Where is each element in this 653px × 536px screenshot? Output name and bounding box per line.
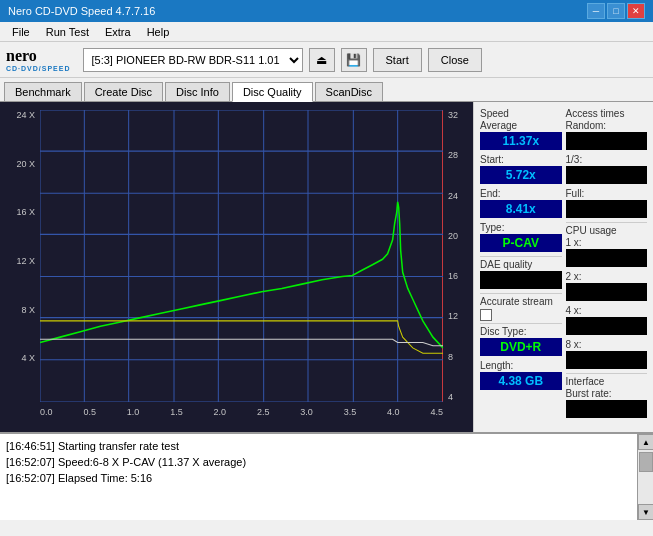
yr-8: 8 [448,352,453,362]
chart-area: 24 X 20 X 16 X 12 X 8 X 4 X 32 28 24 20 … [0,102,473,432]
nero-logo: nero CD·DVD/SPEED [6,47,71,72]
two-x-label: 2 x: [566,271,648,282]
close-window-button[interactable]: ✕ [627,3,645,19]
scrollbar-thumb[interactable] [639,452,653,472]
save-button[interactable]: 💾 [341,48,367,72]
right-panel: Speed Average 11.37x Start: 5.72x End: 8… [473,102,653,432]
menu-extra[interactable]: Extra [97,24,139,40]
length-value: 4.38 GB [480,372,562,390]
title-bar-buttons: ─ □ ✕ [587,3,645,19]
accurate-stream-checkbox[interactable] [480,309,492,321]
log-area: [16:46:51] Starting transfer rate test [… [0,432,653,520]
eight-x-value [566,351,648,369]
x-axis-bottom: 0.0 0.5 1.0 1.5 2.0 2.5 3.0 3.5 4.0 4.5 [40,404,443,432]
start-button[interactable]: Start [373,48,422,72]
divider3 [480,323,562,324]
svg-rect-0 [40,110,443,402]
yr-24: 24 [448,191,458,201]
menu-file[interactable]: File [4,24,38,40]
y-label-8: 8 X [21,305,35,315]
accurate-stream-label: Accurate stream [480,296,562,307]
eight-x-label: 8 x: [566,339,648,350]
yr-32: 32 [448,110,458,120]
burst-rate-label: Burst rate: [566,388,648,399]
toolbar-close-button[interactable]: Close [428,48,482,72]
accurate-stream-checkbox-row [480,309,562,321]
eject-button[interactable]: ⏏ [309,48,335,72]
cpu-usage-label: CPU usage [566,225,648,236]
yr-28: 28 [448,150,458,160]
divider4 [566,222,648,223]
tab-disc-info[interactable]: Disc Info [165,82,230,101]
tab-create-disc[interactable]: Create Disc [84,82,163,101]
tab-benchmark[interactable]: Benchmark [4,82,82,101]
x-0.0: 0.0 [40,407,53,417]
start-label: Start: [480,154,562,165]
yr-12: 12 [448,311,458,321]
length-label: Length: [480,360,562,371]
chart-svg [40,110,443,402]
speed-column: Speed Average 11.37x Start: 5.72x End: 8… [480,108,562,422]
yr-20: 20 [448,231,458,241]
two-x-value [566,283,648,301]
end-value: 8.41x [480,200,562,218]
x-2.5: 2.5 [257,407,270,417]
x-3.5: 3.5 [344,407,357,417]
main-content: 24 X 20 X 16 X 12 X 8 X 4 X 32 28 24 20 … [0,102,653,432]
panel-columns: Speed Average 11.37x Start: 5.72x End: 8… [480,108,647,422]
y-label-24: 24 X [16,110,35,120]
scrollbar-up-button[interactable]: ▲ [638,434,653,450]
y-label-16: 16 X [16,207,35,217]
average-value: 11.37x [480,132,562,150]
yr-16: 16 [448,271,458,281]
minimize-button[interactable]: ─ [587,3,605,19]
x-1.0: 1.0 [127,407,140,417]
average-label: Average [480,120,562,131]
x-4.0: 4.0 [387,407,400,417]
divider5 [566,373,648,374]
access-times-title: Access times [566,108,648,119]
dae-quality-label: DAE quality [480,259,562,270]
y-axis-right: 32 28 24 20 16 12 8 4 [445,110,473,402]
title-bar: Nero CD-DVD Speed 4.7.7.16 ─ □ ✕ [0,0,653,22]
divider2 [480,293,562,294]
one-third-label: 1/3: [566,154,648,165]
drive-selector[interactable]: [5:3] PIONEER BD-RW BDR-S11 1.01 [83,48,303,72]
x-3.0: 3.0 [300,407,313,417]
burst-rate-value [566,400,648,418]
maximize-button[interactable]: □ [607,3,625,19]
yr-4: 4 [448,392,453,402]
menu-runtest[interactable]: Run Test [38,24,97,40]
tab-disc-quality[interactable]: Disc Quality [232,82,313,102]
x-2.0: 2.0 [214,407,227,417]
scrollbar-down-button[interactable]: ▼ [638,504,653,520]
one-x-value [566,249,648,267]
log-scrollbar: ▲ ▼ [637,434,653,520]
speed-label: Speed [480,108,562,119]
one-third-value [566,166,648,184]
y-label-20: 20 X [16,159,35,169]
tab-scandisc[interactable]: ScanDisc [315,82,383,101]
disc-type-value: DVD+R [480,338,562,356]
full-label: Full: [566,188,648,199]
end-label: End: [480,188,562,199]
one-x-label: 1 x: [566,237,648,248]
disc-type-label: Disc Type: [480,326,562,337]
x-0.5: 0.5 [83,407,96,417]
menu-help[interactable]: Help [139,24,178,40]
access-column: Access times Random: 1/3: Full: CPU usag… [566,108,648,422]
tab-bar: Benchmark Create Disc Disc Info Disc Qua… [0,78,653,102]
y-label-4: 4 X [21,353,35,363]
random-label: Random: [566,120,648,131]
dae-quality-value [480,271,562,289]
x-4.5: 4.5 [430,407,443,417]
y-label-12: 12 X [16,256,35,266]
start-value: 5.72x [480,166,562,184]
scrollbar-track[interactable] [638,450,653,504]
log-content: [16:46:51] Starting transfer rate test [… [0,434,637,520]
log-entry-1: [16:52:07] Speed:6-8 X P-CAV (11.37 X av… [6,454,631,470]
toolbar: nero CD·DVD/SPEED [5:3] PIONEER BD-RW BD… [0,42,653,78]
divider1 [480,256,562,257]
random-value [566,132,648,150]
log-entry-2: [16:52:07] Elapsed Time: 5:16 [6,470,631,486]
